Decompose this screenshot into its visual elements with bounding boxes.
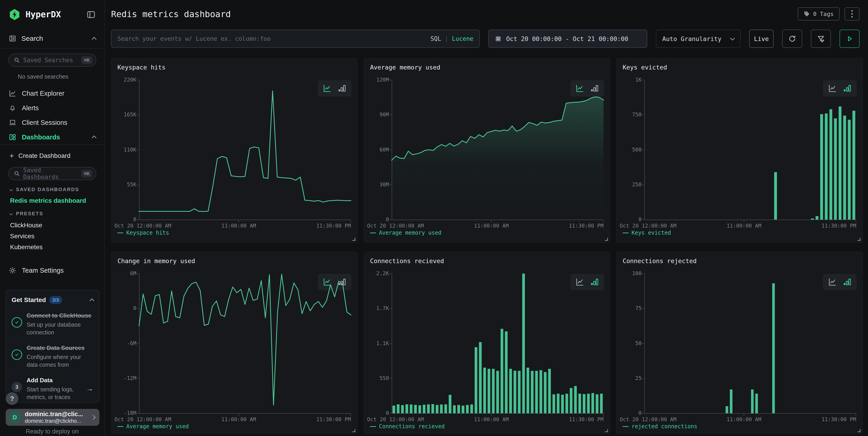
x-axis-tick (350, 220, 351, 223)
chevron-down-icon (9, 212, 13, 215)
chart-plot-area[interactable] (139, 80, 351, 220)
chart-legend[interactable]: Connections recieved (370, 423, 445, 430)
check-circle-icon (11, 349, 22, 360)
saved-dashboards-group-header[interactable]: SAVED DASHBOARDS (10, 186, 104, 193)
sidebar-collapse-button[interactable] (86, 9, 96, 20)
chart-plot-area[interactable] (392, 80, 603, 220)
chart-legend[interactable]: Average memory used (370, 230, 441, 236)
filter-button[interactable] (811, 30, 831, 48)
sidebar-item-chart-explorer[interactable]: Chart Explorer (0, 86, 104, 101)
run-query-button[interactable] (840, 30, 860, 48)
get-started-item-subtitle: Set up your database connection (27, 321, 94, 336)
x-axis-tick (603, 414, 603, 416)
search-icon (14, 170, 20, 177)
saved-dashboards-input[interactable]: Saved Dashboards ⌘K (8, 167, 96, 180)
saved-searches-input[interactable]: Saved Searches ⌘K (8, 54, 96, 67)
sidebar: HyperDX Search Saved Searches ⌘K No save… (0, 0, 105, 436)
resize-handle-icon[interactable] (858, 429, 861, 432)
get-started-item-datasources[interactable]: Create Data Sources Configure where your… (11, 344, 94, 369)
sidebar-item-search[interactable]: Search (0, 29, 104, 49)
y-axis-tick (137, 220, 139, 220)
chart-plot-area[interactable] (139, 273, 351, 413)
y-tick-label: 6M (111, 270, 136, 276)
resize-handle-icon[interactable] (605, 429, 608, 432)
y-axis-tick (390, 378, 392, 379)
x-axis-tick (744, 414, 744, 416)
sql-toggle[interactable]: SQL (430, 35, 441, 42)
chart-legend[interactable]: Keyspace hits (118, 230, 169, 236)
tags-button[interactable]: 0 Tags (798, 7, 840, 21)
get-started-title: Get Started (11, 296, 46, 304)
y-tick-label: 55K (111, 181, 136, 187)
sidebar-item-redis-dashboard[interactable]: Redis metrics dashboard (10, 197, 104, 205)
y-axis-tick (137, 80, 139, 80)
chart-plot-area[interactable] (644, 80, 856, 220)
x-axis-line (644, 220, 856, 220)
resize-handle-icon[interactable] (858, 238, 861, 241)
get-started-item-connect[interactable]: Connect to ClickHouse Set up your databa… (11, 311, 94, 336)
chart-explorer-icon (9, 89, 17, 97)
sidebar-item-dashboards[interactable]: Dashboards (0, 130, 104, 145)
y-tick-label: 500 (617, 147, 642, 153)
legend-dash-icon (370, 426, 376, 427)
preset-item-services[interactable]: Services (10, 231, 104, 242)
create-dashboard-button[interactable]: + Create Dashboard (0, 149, 104, 163)
get-started-header[interactable]: Get Started 2/3 (11, 296, 94, 304)
preset-item-clickhouse[interactable]: ClickHouse (10, 220, 104, 231)
chart-title: Connections recieved (370, 257, 444, 264)
date-range-picker[interactable]: Oct 20 00:00:00 - Oct 21 00:00:00 (488, 30, 647, 48)
chart-plot-area[interactable] (392, 273, 603, 413)
brand-name: HyperDX (26, 9, 61, 19)
presets-group-header[interactable]: PRESETS (10, 210, 104, 217)
x-axis-tick (856, 414, 856, 416)
y-axis-tick (137, 184, 139, 185)
y-axis-tick (137, 308, 139, 309)
refresh-button[interactable] (782, 30, 802, 48)
y-tick-label: 1K (617, 77, 642, 83)
sidebar-item-team-settings[interactable]: Team Settings (0, 264, 104, 277)
resize-handle-icon[interactable] (352, 429, 355, 432)
sidebar-item-label: Search (21, 35, 43, 42)
user-menu[interactable]: D dominic.tran@clic... dominic.tran@clic… (6, 409, 99, 426)
more-options-button[interactable] (844, 7, 860, 21)
chart-legend[interactable]: rejected connections (623, 423, 697, 430)
y-tick-label: 110K (111, 147, 136, 153)
x-tick-label: Oct 20 12:00:00 AM (620, 416, 676, 422)
sidebar-item-client-sessions[interactable]: Client Sessions (0, 115, 104, 130)
legend-label: rejected connections (631, 423, 697, 430)
x-tick-label: 11:30:00 PM (822, 416, 856, 422)
x-tick-label: 11:00:00 AM (474, 416, 509, 422)
user-email-secondary: dominic.tran@clickho... (25, 418, 88, 424)
lucene-toggle[interactable]: Lucene (452, 35, 473, 42)
sidebar-item-alerts[interactable]: Alerts (0, 101, 104, 115)
x-axis-tick (350, 414, 351, 416)
avatar: D (8, 411, 21, 424)
preset-item-kubernetes[interactable]: Kubernetes (10, 242, 104, 253)
chart-panel-average-memory-used: Average memory used 120M90M60M30M0 Oct 2… (364, 58, 610, 242)
chart-title: Connections rejected (623, 257, 696, 264)
y-tick-label: -6M (111, 340, 136, 346)
y-tick-label: 75 (617, 305, 642, 311)
x-axis-tick (603, 220, 603, 223)
granularity-select[interactable]: Auto Granularity (656, 30, 741, 48)
live-button[interactable]: Live (749, 30, 774, 48)
x-tick-label: 11:30:00 PM (569, 223, 603, 229)
event-search-input[interactable] (112, 30, 479, 48)
x-axis-line (392, 413, 603, 414)
chart-legend[interactable]: Keys evicted (623, 230, 671, 236)
get-started-item-title: Connect to ClickHouse (27, 311, 94, 320)
resize-handle-icon[interactable] (352, 238, 355, 241)
chart-plot-area[interactable] (644, 273, 856, 413)
chart-legend[interactable]: Average memory used (118, 423, 189, 430)
saved-searches-placeholder: Saved Searches (23, 57, 78, 63)
get-started-item-add-data[interactable]: 3 Add Data Start sending logs, metrics, … (11, 376, 94, 401)
presets-list: ClickHouse Services Kubernetes (0, 220, 104, 253)
y-axis-tick (137, 343, 139, 344)
x-axis-tick (239, 220, 239, 223)
y-tick-label: 0 (111, 305, 136, 311)
help-button[interactable]: ? (6, 392, 19, 405)
legend-label: Connections recieved (379, 423, 445, 430)
resize-handle-icon[interactable] (605, 238, 608, 241)
x-axis-tick (491, 414, 492, 416)
filter-edit-icon (817, 35, 825, 43)
